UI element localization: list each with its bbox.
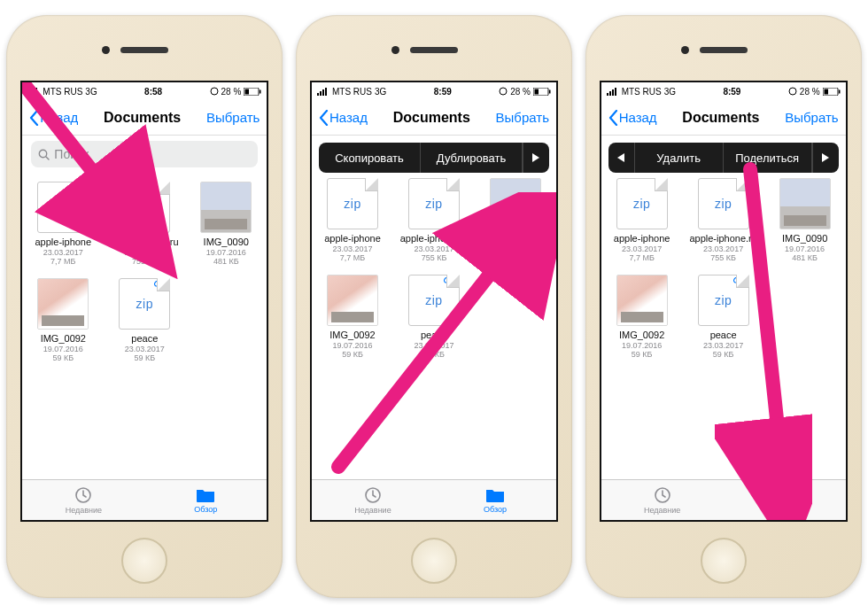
file-name: peace — [104, 333, 185, 344]
back-button[interactable]: Назад — [29, 110, 78, 126]
signal-icon — [27, 88, 40, 96]
clock-icon — [653, 485, 672, 505]
tab-bar: Недавние Обзор — [312, 479, 556, 520]
tab-label: Недавние — [644, 506, 680, 515]
clock-icon — [363, 485, 383, 505]
menu-duplicate[interactable]: Дублировать — [421, 143, 523, 173]
svg-rect-19 — [549, 89, 551, 93]
menu-more-right[interactable] — [523, 143, 549, 173]
tab-browse[interactable]: Обзор — [144, 480, 267, 520]
file-item[interactable]: zippeace23.03.201759 КБ — [104, 278, 185, 362]
file-item[interactable]: IMG_009219.07.201659 КБ — [312, 275, 393, 359]
select-button[interactable]: Выбрать — [206, 110, 260, 125]
search-icon — [38, 149, 50, 160]
file-item[interactable]: zipapple-iphone.ru23.03.2017755 КБ — [683, 178, 764, 262]
file-item[interactable]: IMG_009019.07.2016481 КБ — [185, 182, 267, 266]
file-name: peace — [683, 330, 764, 340]
svg-rect-28 — [824, 89, 828, 94]
svg-rect-22 — [607, 93, 608, 96]
cloud-download-icon — [443, 274, 457, 286]
tab-label: Недавние — [354, 506, 391, 515]
tab-recent[interactable]: Недавние — [312, 480, 434, 520]
menu-delete[interactable]: Удалить — [635, 143, 724, 173]
file-item[interactable]: zipapple-iphone23.03.20177,7 МБ — [601, 178, 683, 262]
file-item[interactable]: IMG_009019.07.2016481 КБ — [475, 178, 556, 262]
home-button[interactable] — [411, 538, 457, 584]
back-button[interactable]: Назад — [608, 110, 657, 126]
battery-icon — [823, 88, 841, 96]
file-item[interactable]: IMG_009219.07.201659 КБ — [22, 278, 104, 362]
search-input[interactable]: Поиск — [31, 141, 258, 167]
phone-frame: MTS RUS 3G 8:58 28 % Назад Documents Выб… — [6, 15, 283, 598]
back-label: Назад — [619, 110, 657, 125]
file-date: 23.03.2017 — [22, 248, 104, 257]
file-size: 7,7 МБ — [312, 253, 393, 262]
tab-browse[interactable]: Обзор — [724, 480, 846, 520]
back-button[interactable]: Назад — [319, 110, 368, 126]
network-label: 3G — [664, 87, 676, 97]
clock: 8:58 — [144, 87, 162, 97]
folder-icon — [774, 486, 795, 504]
file-name: IMG_0092 — [601, 330, 683, 340]
chevron-left-icon — [319, 110, 329, 126]
page-title: Documents — [393, 110, 470, 126]
clock-icon — [74, 485, 93, 505]
file-date: 23.03.2017 — [393, 244, 475, 253]
svg-rect-29 — [839, 89, 841, 93]
file-size: 755 КБ — [683, 253, 764, 262]
battery-icon — [244, 88, 261, 96]
menu-more-right[interactable] — [812, 143, 839, 173]
file-item[interactable]: zipapple-iphone.ru23.03.2017755 КБ — [104, 182, 185, 266]
page-title: Documents — [682, 110, 759, 126]
file-size: 59 КБ — [393, 350, 475, 359]
svg-rect-2 — [33, 89, 35, 96]
menu-copy[interactable]: Скопировать — [319, 143, 421, 173]
file-item[interactable]: zipapple-iphone23.03.20177,7 МБ — [22, 182, 104, 266]
speaker-grille — [120, 47, 168, 53]
chevron-left-icon — [29, 110, 39, 126]
back-label: Назад — [329, 110, 368, 125]
speaker-grille — [700, 47, 748, 53]
tab-recent[interactable]: Недавние — [601, 480, 724, 520]
speaker-grille — [410, 47, 458, 53]
select-button[interactable]: Выбрать — [785, 110, 838, 125]
triangle-right-icon — [822, 153, 829, 162]
file-item[interactable]: zippeace23.03.201759 КБ — [683, 275, 764, 359]
battery-percent: 28 % — [800, 87, 820, 97]
svg-rect-3 — [35, 88, 37, 96]
file-item[interactable]: zipapple-iphone23.03.20177,7 МБ — [312, 178, 393, 262]
clock: 8:59 — [723, 87, 740, 97]
file-name: apple-iphone — [312, 233, 393, 244]
phone-frame: MTS RUS3G 8:59 28 % Назад Documents Выбр… — [296, 15, 572, 598]
svg-rect-23 — [609, 91, 611, 96]
home-button[interactable] — [121, 538, 167, 584]
select-button[interactable]: Выбрать — [496, 110, 549, 125]
file-item[interactable]: IMG_009019.07.2016481 КБ — [764, 178, 846, 262]
chevron-left-icon — [608, 110, 618, 126]
tab-label: Обзор — [484, 505, 507, 514]
file-item[interactable]: zipapple-iphone.ru23.03.2017755 КБ — [393, 178, 475, 262]
svg-rect-7 — [260, 89, 261, 93]
file-date: 23.03.2017 — [104, 248, 185, 257]
file-size: 755 КБ — [393, 253, 475, 262]
file-name: peace — [393, 330, 475, 340]
carrier-label: MTS RUS — [43, 87, 82, 97]
file-date: 23.03.2017 — [683, 341, 764, 350]
file-item[interactable]: zippeace23.03.201759 КБ — [393, 275, 475, 359]
search-placeholder: Поиск — [54, 147, 89, 161]
tab-browse[interactable]: Обзор — [434, 480, 556, 520]
triangle-left-icon — [617, 153, 624, 162]
status-bar: MTS RUS 3G 8:58 28 % — [22, 82, 267, 100]
menu-more-left[interactable] — [608, 143, 635, 173]
file-name: IMG_0090 — [764, 233, 846, 244]
file-date: 23.03.2017 — [104, 345, 185, 353]
file-name: IMG_0092 — [312, 330, 393, 340]
svg-line-9 — [46, 157, 49, 159]
file-item[interactable]: IMG_009219.07.201659 КБ — [601, 275, 683, 359]
home-button[interactable] — [701, 538, 747, 584]
tab-recent[interactable]: Недавние — [22, 480, 144, 520]
menu-share[interactable]: Поделиться — [724, 143, 812, 173]
tab-label: Обзор — [194, 505, 217, 514]
file-date: 23.03.2017 — [312, 244, 393, 253]
battery-icon — [533, 88, 551, 96]
